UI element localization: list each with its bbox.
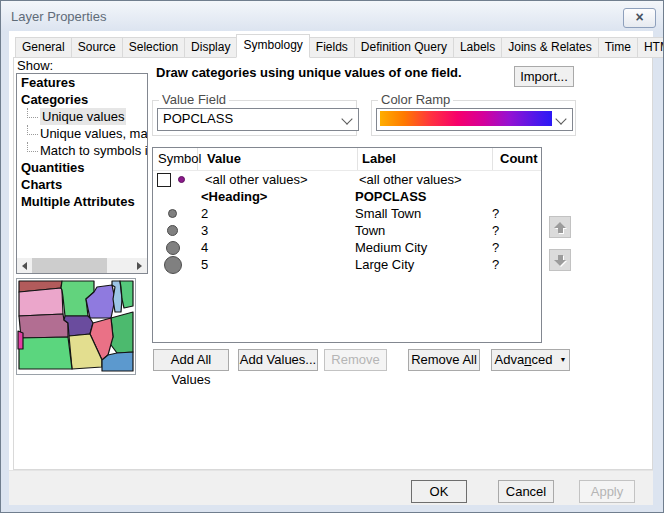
layer-properties-dialog: Layer Properties × General Source Select… <box>0 0 664 513</box>
map-state-polygon <box>18 331 23 349</box>
tree-item-charts[interactable]: Charts <box>17 176 147 193</box>
tab-time[interactable]: Time <box>599 37 638 58</box>
tree-item-unique-values-many[interactable]: Unique values, many <box>17 125 147 142</box>
gray-circle-symbol-icon[interactable] <box>166 241 180 255</box>
chevron-down-icon <box>555 113 566 124</box>
down-arrow-icon <box>554 255 566 266</box>
tree-item-features[interactable]: Features <box>17 74 147 91</box>
right-arrow-icon <box>137 262 142 270</box>
map-state-polygon <box>19 314 68 338</box>
cancel-button[interactable]: Cancel <box>498 480 554 503</box>
color-ramp-group: Color Ramp <box>371 100 576 136</box>
show-label: Show: <box>17 58 53 73</box>
left-arrow-icon <box>22 262 27 270</box>
tab-definition-query[interactable]: Definition Query <box>355 37 454 58</box>
tree-item-quantities[interactable]: Quantities <box>17 159 147 176</box>
scrollbar-right-arrow[interactable] <box>132 258 147 273</box>
value-field-dropdown[interactable]: POPCLASS <box>157 108 359 131</box>
show-tree: Features Categories Unique values Unique… <box>16 73 148 274</box>
move-down-button[interactable] <box>549 249 571 271</box>
table-row[interactable]: 4 Medium City ? <box>153 239 541 256</box>
row-label: Small Town <box>351 206 485 221</box>
add-all-values-button[interactable]: Add All Values <box>153 349 229 371</box>
tree-connector-icon <box>27 108 38 118</box>
symbology-preview-map <box>16 278 136 375</box>
all-other-values-checkbox[interactable] <box>157 173 171 187</box>
tab-display[interactable]: Display <box>185 37 237 58</box>
table-row[interactable]: 5 Large City ? <box>153 256 541 273</box>
dialog-title: Layer Properties <box>11 9 106 24</box>
tab-source[interactable]: Source <box>72 37 123 58</box>
purple-dot-symbol-icon[interactable] <box>178 176 185 183</box>
gray-circle-symbol-icon[interactable] <box>168 209 177 218</box>
map-state-polygon <box>19 337 72 369</box>
tab-labels[interactable]: Labels <box>454 37 502 58</box>
title-bar[interactable]: Layer Properties × <box>1 1 663 31</box>
tab-general[interactable]: General <box>15 37 72 58</box>
tree-item-multiple-attributes[interactable]: Multiple Attributes <box>17 193 147 210</box>
column-header-label[interactable]: Label <box>358 148 493 170</box>
value-field-group: Value Field POPCLASS <box>152 100 357 136</box>
row-count: ? <box>485 206 542 221</box>
row-value: 5 <box>192 257 351 272</box>
map-state-polygon <box>19 288 63 316</box>
gray-circle-symbol-icon[interactable] <box>164 256 182 274</box>
tree-item-match-symbols[interactable]: Match to symbols in a <box>17 142 147 159</box>
tab-html-popup[interactable]: HTML Popup <box>638 37 664 58</box>
remove-all-button[interactable]: Remove All <box>408 349 480 371</box>
move-up-button[interactable] <box>549 216 571 238</box>
table-row[interactable]: <all other values> <all other values> <box>153 171 541 188</box>
close-button[interactable]: × <box>623 8 656 28</box>
tree-item-unique-values[interactable]: Unique values <box>17 108 147 125</box>
color-ramp-swatch <box>380 111 552 126</box>
tab-strip: General Source Selection Display Symbolo… <box>15 36 664 58</box>
column-header-count[interactable]: Count <box>493 148 542 170</box>
row-count: ? <box>485 257 542 272</box>
table-header: Symbol Value Label Count <box>153 148 541 171</box>
scrollbar-left-arrow[interactable] <box>17 258 32 273</box>
value-field-legend: Value Field <box>159 93 229 107</box>
column-header-value[interactable]: Value <box>198 148 358 170</box>
scrollbar-thumb[interactable] <box>32 258 107 273</box>
import-button[interactable]: Import... <box>514 66 574 87</box>
dropdown-arrow-icon: ▼ <box>559 356 566 363</box>
dialog-footer <box>9 470 653 505</box>
method-description: Draw categories using unique values of o… <box>156 65 511 80</box>
tab-selection[interactable]: Selection <box>123 37 185 58</box>
table-row-heading[interactable]: <Heading> POPCLASS <box>153 188 541 205</box>
value-field-selected: POPCLASS <box>163 111 233 126</box>
preview-map-svg <box>17 279 135 374</box>
tab-joins-relates[interactable]: Joins & Relates <box>502 37 598 58</box>
row-label: POPCLASS <box>351 189 485 204</box>
tree-item-categories[interactable]: Categories <box>17 91 147 108</box>
add-values-button[interactable]: Add Values... <box>238 349 318 371</box>
color-ramp-dropdown[interactable] <box>376 108 573 131</box>
row-value: <Heading> <box>192 189 351 204</box>
unique-values-table: Symbol Value Label Count <all other valu… <box>152 147 542 343</box>
advanced-button[interactable]: Advanced▼ <box>491 349 570 371</box>
row-label: <all other values> <box>355 172 489 187</box>
ok-button[interactable]: OK <box>411 480 467 503</box>
tab-symbology[interactable]: Symbology <box>236 34 309 58</box>
tree-connector-icon <box>27 142 38 152</box>
remove-button: Remove <box>324 349 387 371</box>
row-label: Large City <box>351 257 485 272</box>
gray-circle-symbol-icon[interactable] <box>167 225 178 236</box>
tree-connector-icon <box>27 125 38 135</box>
table-row[interactable]: 2 Small Town ? <box>153 205 541 222</box>
row-value: 4 <box>192 240 351 255</box>
apply-button: Apply <box>579 480 635 503</box>
row-label: Medium City <box>351 240 485 255</box>
column-header-symbol[interactable]: Symbol <box>153 148 198 170</box>
up-arrow-icon <box>554 222 566 233</box>
row-label: Town <box>351 223 485 238</box>
row-count: ? <box>485 240 542 255</box>
row-value: 2 <box>192 206 351 221</box>
map-state-polygon <box>64 316 93 336</box>
row-value: <all other values> <box>196 172 355 187</box>
table-row[interactable]: 3 Town ? <box>153 222 541 239</box>
tree-horizontal-scrollbar[interactable] <box>17 258 147 273</box>
row-count: ? <box>485 223 542 238</box>
chevron-down-icon <box>341 113 352 124</box>
tab-fields[interactable]: Fields <box>310 37 355 58</box>
